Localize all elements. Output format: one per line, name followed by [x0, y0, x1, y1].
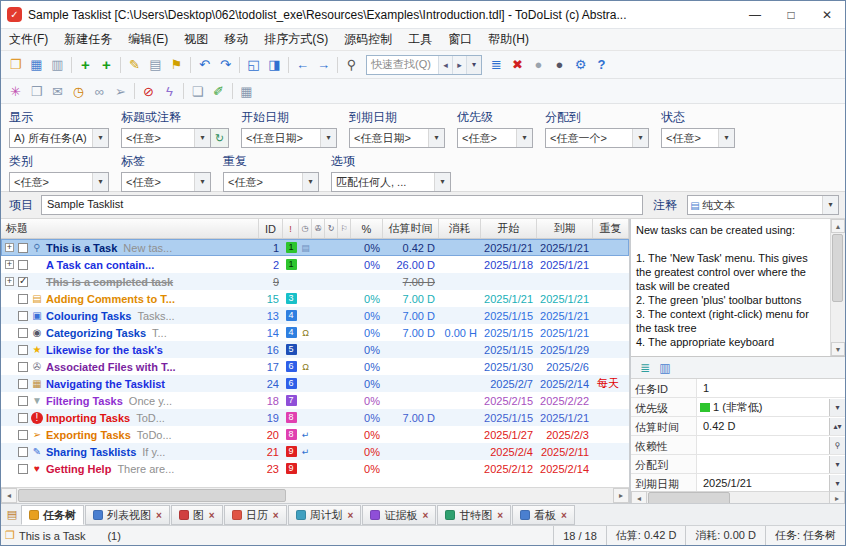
toolbar-button-icon[interactable]: ▦ — [26, 55, 47, 75]
toolbar-button-icon[interactable]: ▤ — [145, 55, 166, 75]
column-header[interactable]: 重复 — [593, 219, 629, 238]
quick-find-combo[interactable]: 快速查找(Q) ◂ ▸ ▾ — [366, 55, 482, 75]
filter-combo[interactable]: A) 所有任务(A) — [9, 128, 109, 148]
task-checkbox[interactable] — [18, 294, 28, 304]
column-header[interactable]: ! — [283, 219, 299, 238]
table-row[interactable]: ✎ Sharing Tasklists If y... 21 9 ↵ 0% 20… — [1, 443, 629, 460]
filter-combo[interactable]: <任意> — [9, 172, 109, 192]
column-header[interactable]: 到期 — [537, 219, 593, 238]
toolbar-button-icon[interactable]: ✖ — [507, 55, 528, 75]
minimize-button[interactable]: — — [737, 1, 773, 28]
filter-combo[interactable]: <任意> — [223, 172, 319, 192]
view-tab[interactable]: 甘特图 × — [437, 505, 511, 525]
table-row[interactable]: + A Task can contain... 2 1 0% 26.00 D — [1, 256, 629, 273]
attribute-value[interactable]: 1 (非常低) — [713, 400, 829, 415]
toolbar-button-icon[interactable]: ✉ — [47, 81, 68, 101]
attribute-row[interactable]: 优先级 1 (非常低) ▾ — [631, 398, 845, 417]
toolbar-button-icon[interactable]: ⚙ — [570, 55, 591, 75]
attribute-control[interactable]: ▾ — [829, 399, 845, 416]
attribute-value[interactable]: 2025/1/21 — [703, 477, 829, 489]
quick-find-prev-button[interactable]: ◂ — [438, 56, 452, 74]
column-header[interactable]: 标题 — [1, 219, 259, 238]
filter-combo[interactable]: <任意> — [121, 128, 211, 148]
filter-combo[interactable]: <任意> — [457, 128, 533, 148]
toolbar-button-icon[interactable] — [288, 57, 289, 73]
toolbar-button-icon[interactable]: ϟ — [159, 81, 180, 101]
column-header[interactable]: 消耗 — [439, 219, 481, 238]
table-row[interactable]: ▼ Filtering Tasks Once y... 18 7 0% 2025… — [1, 392, 629, 409]
task-checkbox[interactable] — [18, 277, 28, 287]
filter-combo[interactable]: <任意> — [661, 128, 735, 148]
column-header[interactable]: ◷ — [299, 219, 312, 238]
tab-close-icon[interactable]: × — [209, 510, 215, 521]
tab-close-icon[interactable]: × — [497, 510, 503, 521]
menu-item[interactable]: 移动 — [216, 29, 256, 50]
menu-item[interactable]: 源码控制 — [336, 29, 400, 50]
column-header[interactable]: ⚐ — [338, 219, 351, 238]
table-horizontal-scrollbar[interactable]: ◂ ▸ — [1, 487, 629, 503]
table-row[interactable]: + This is a completed task 9 7.00 D — [1, 273, 629, 290]
table-row[interactable]: ▣ Colouring Tasks Tasks... 13 4 0% 7.00 … — [1, 307, 629, 324]
menu-item[interactable]: 工具 — [400, 29, 440, 50]
scroll-down-icon[interactable]: ▼ — [831, 342, 845, 356]
toolbar-button-icon[interactable] — [337, 57, 338, 73]
project-input[interactable]: Sample Tasklist — [41, 195, 643, 215]
tab-close-icon[interactable]: × — [561, 510, 567, 521]
toolbar-button-icon[interactable]: ● — [528, 55, 549, 75]
task-checkbox[interactable] — [18, 345, 28, 355]
toolbar-button-icon[interactable]: + — [96, 55, 117, 75]
task-checkbox[interactable] — [18, 260, 28, 270]
column-header[interactable]: 估算时间 — [383, 219, 439, 238]
tab-list-icon[interactable]: ▤ — [3, 505, 21, 524]
toolbar-button-icon[interactable]: ✐ — [208, 81, 229, 101]
toolbar-button-icon[interactable]: → — [313, 55, 334, 75]
table-row[interactable]: + ⚲ This is a Task New tas... 1 1 ▤ 0% 0… — [1, 239, 629, 256]
column-header[interactable]: 开始 — [481, 219, 537, 238]
menu-item[interactable]: 视图 — [176, 29, 216, 50]
scroll-up-icon[interactable]: ▲ — [831, 219, 845, 233]
filter-combo[interactable]: <任意> — [121, 172, 211, 192]
attribute-row[interactable]: 估算时间 0.42 D ▴▾ — [631, 417, 845, 436]
task-checkbox[interactable] — [18, 396, 28, 406]
attribute-control[interactable]: ⚲ — [829, 437, 845, 454]
task-checkbox[interactable] — [18, 464, 28, 474]
toolbar-button-icon[interactable] — [120, 57, 121, 73]
toolbar-button-icon[interactable]: + — [75, 55, 96, 75]
column-header[interactable]: ID — [259, 219, 283, 238]
toolbar-button-icon[interactable]: ➢ — [110, 81, 131, 101]
task-checkbox[interactable] — [18, 430, 28, 440]
table-row[interactable]: ✇ Associated Files with T... 17 6 Ω 0% 2… — [1, 358, 629, 375]
toolbar-button-icon[interactable]: ⊘ — [138, 81, 159, 101]
filter-combo[interactable]: <任意日期> — [349, 128, 445, 148]
column-header[interactable]: ✇ — [312, 219, 325, 238]
menu-item[interactable]: 文件(F) — [1, 29, 56, 50]
comments-vertical-scrollbar[interactable]: ▲ ▼ — [830, 219, 845, 356]
attributes-horizontal-scrollbar[interactable]: ◂ ▸ — [631, 491, 845, 503]
toolbar-button-icon[interactable]: ◱ — [243, 55, 264, 75]
attribute-control[interactable]: ▾ — [829, 475, 845, 492]
view-tab[interactable]: 证据板 × — [362, 505, 436, 525]
quick-find-dropdown-icon[interactable]: ▾ — [466, 56, 481, 74]
table-row[interactable]: ♥ Getting Help There are... 23 9 0% 2025… — [1, 460, 629, 477]
toolbar-button-icon[interactable] — [134, 83, 135, 99]
scroll-right-icon[interactable]: ▸ — [613, 488, 629, 503]
close-button[interactable]: ✕ — [809, 1, 845, 28]
toolbar-button-icon[interactable]: ❏ — [187, 81, 208, 101]
comments-format-combo[interactable]: ▤ 纯文本 — [687, 195, 839, 215]
table-row[interactable]: ◉ Categorizing Tasks T... 14 4 Ω 0% 7.00… — [1, 324, 629, 341]
attribute-row[interactable]: 依赖性 ⚲ — [631, 436, 845, 455]
toolbar-button-icon[interactable]: ⚲ — [341, 55, 362, 75]
tab-close-icon[interactable]: × — [348, 510, 354, 521]
maximize-button[interactable]: □ — [773, 1, 809, 28]
filter-combo[interactable]: <任意一个> — [545, 128, 649, 148]
attrib-stats-icon[interactable]: ▥ — [655, 361, 675, 375]
view-tab[interactable]: 日历 × — [224, 505, 287, 525]
expander-icon[interactable]: + — [5, 243, 14, 252]
toolbar-button-icon[interactable] — [190, 57, 191, 73]
view-tab[interactable]: 看板 × — [512, 505, 575, 525]
scroll-thumb[interactable] — [832, 234, 843, 302]
toolbar-button-icon[interactable]: ✳ — [5, 81, 26, 101]
task-checkbox[interactable] — [18, 413, 28, 423]
toolbar-button-icon[interactable] — [239, 57, 240, 73]
table-row[interactable]: ! Importing Tasks ToD... 19 8 0% 7.00 D … — [1, 409, 629, 426]
